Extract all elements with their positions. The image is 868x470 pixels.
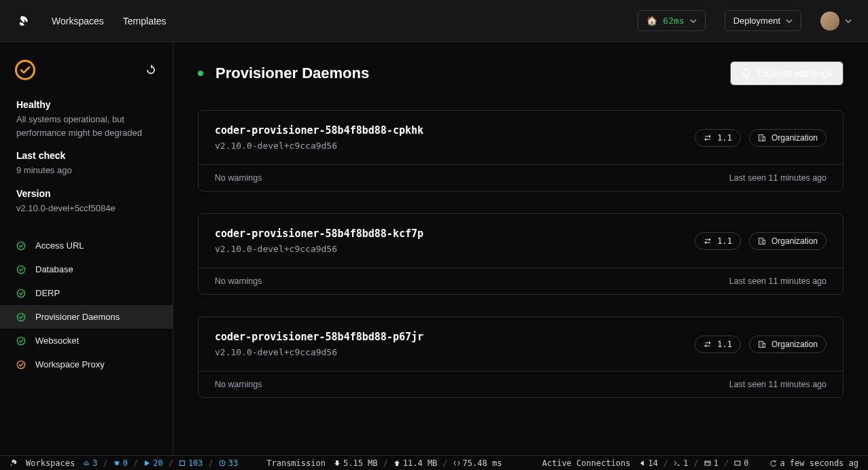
bell-icon	[742, 69, 751, 78]
health-status-icon	[15, 60, 35, 80]
version-value: v2.10.0-devel+5ccf5084e	[16, 202, 156, 215]
svg-rect-15	[735, 461, 740, 465]
rocket-icon[interactable]	[5, 459, 22, 467]
daemon-card: coder-provisioner-58b4f8bd88-kcf7pv2.10.…	[198, 213, 844, 295]
svg-rect-11	[763, 343, 765, 347]
check-circle-icon	[16, 336, 26, 346]
nav-templates[interactable]: Templates	[123, 16, 167, 26]
daemon-last-seen: Last seen 11 minutes ago	[729, 276, 827, 286]
healthy-desc: All systems operational, but performance…	[16, 113, 156, 139]
sidebar-item-websocket[interactable]: Websocket	[0, 329, 173, 352]
nav-workspaces[interactable]: Workspaces	[52, 16, 104, 26]
last-check-label: Last check	[16, 150, 156, 161]
daemon-last-seen: Last seen 11 minutes ago	[729, 173, 827, 183]
footer-refreshed[interactable]: a few seconds ag	[766, 458, 863, 468]
health-nav: Access URLDatabaseDERPProvisioner Daemon…	[0, 234, 173, 376]
latency-value: 62ms	[663, 16, 684, 26]
footer-jetbrains[interactable]: 1	[700, 458, 723, 468]
footer-workspaces-stopped[interactable]: 103	[175, 458, 207, 468]
scope-pill: Organization	[749, 232, 827, 250]
building-icon	[758, 340, 766, 348]
chevron-down-icon	[690, 18, 697, 24]
svg-rect-7	[763, 137, 765, 141]
svg-rect-12	[179, 460, 184, 465]
check-circle-icon	[16, 360, 26, 369]
sidebar-item-provisioner-daemons[interactable]: Provisioner Daemons	[0, 305, 173, 329]
latency-icon: 🏠	[646, 16, 657, 26]
footer-workspaces-label[interactable]: Workspaces	[22, 458, 79, 468]
sidebar-item-label: DERP	[35, 288, 60, 298]
api-version-pill: 1.1	[695, 129, 741, 147]
dismiss-label: Dismiss warnings	[758, 68, 832, 79]
building-icon	[758, 237, 766, 245]
daemon-warnings: No warnings	[215, 173, 262, 183]
status-bar: Workspaces 3 / 0 / 20 / 103 / 33 Transmi…	[0, 455, 868, 470]
svg-rect-10	[759, 341, 763, 347]
svg-rect-14	[705, 461, 710, 465]
svg-rect-8	[759, 238, 763, 244]
deployment-button[interactable]: Deployment	[725, 10, 801, 31]
api-version-pill: 1.1	[695, 232, 741, 250]
check-circle-icon	[16, 289, 26, 298]
footer-ssh[interactable]: 1	[670, 458, 692, 468]
daemon-name: coder-provisioner-58b4f8bd88-kcf7p	[215, 228, 423, 240]
main-content: Provisioner Daemons Dismiss warnings cod…	[173, 42, 868, 455]
footer-workspaces-pending[interactable]: 33	[215, 458, 242, 468]
daemon-version: v2.10.0-devel+c9cca9d56	[215, 347, 423, 357]
sidebar-item-workspace-proxy[interactable]: Workspace Proxy	[0, 352, 173, 376]
logo-icon	[16, 13, 33, 29]
footer-latency[interactable]: 75.48 ms	[449, 458, 506, 468]
footer-up[interactable]: 11.4 MB	[389, 458, 442, 468]
chevron-down-icon	[786, 18, 793, 24]
refresh-button[interactable]	[145, 65, 156, 75]
version-label: Version	[16, 188, 156, 199]
sidebar-item-label: Database	[35, 264, 73, 274]
sidebar-item-database[interactable]: Database	[0, 257, 173, 281]
swap-icon	[704, 340, 712, 348]
latency-button[interactable]: 🏠 62ms	[638, 10, 705, 31]
footer-active-conn-label[interactable]: Active Connections	[538, 458, 635, 468]
daemon-name: coder-provisioner-58b4f8bd88-cpkhk	[215, 124, 423, 137]
daemon-name: coder-provisioner-58b4f8bd88-p67jr	[215, 331, 423, 343]
user-menu[interactable]	[820, 12, 852, 31]
sidebar-item-label: Access URL	[35, 240, 84, 251]
daemon-warnings: No warnings	[215, 276, 262, 286]
footer-workspaces-running[interactable]: 20	[139, 458, 167, 468]
status-dot-icon	[198, 71, 203, 76]
daemon-last-seen: Last seen 11 minutes ago	[729, 380, 827, 389]
dismiss-warnings-button[interactable]: Dismiss warnings	[730, 61, 844, 86]
footer-down[interactable]: 5.15 MB	[330, 458, 382, 468]
building-icon	[758, 134, 766, 142]
sidebar-item-label: Websocket	[35, 336, 79, 346]
scope-pill: Organization	[749, 129, 827, 147]
top-header: Workspaces Templates 🏠 62ms Deployment	[0, 0, 868, 42]
chevron-down-icon	[845, 18, 852, 24]
footer-workspaces-failed[interactable]: 0	[109, 458, 132, 468]
api-version-pill: 1.1	[695, 336, 741, 353]
footer-workspaces-building[interactable]: 3	[79, 458, 101, 468]
check-circle-icon	[16, 265, 26, 274]
sidebar-item-label: Provisioner Daemons	[35, 312, 120, 322]
check-circle-icon	[16, 312, 26, 322]
scope-pill: Organization	[749, 336, 827, 353]
sidebar-item-derp[interactable]: DERP	[0, 281, 173, 305]
daemon-version: v2.10.0-devel+c9cca9d56	[215, 141, 423, 151]
swap-icon	[704, 237, 712, 245]
check-circle-icon	[16, 241, 26, 251]
avatar	[820, 12, 839, 31]
healthy-title: Healthy	[16, 99, 156, 110]
health-sidebar: Healthy All systems operational, but per…	[0, 42, 173, 455]
daemon-warnings: No warnings	[215, 380, 262, 389]
daemon-version: v2.10.0-devel+c9cca9d56	[215, 244, 423, 254]
sidebar-item-label: Workspace Proxy	[35, 359, 105, 369]
deployment-label: Deployment	[733, 16, 780, 26]
svg-rect-6	[759, 134, 763, 141]
footer-transmission-label[interactable]: Transmission	[262, 458, 330, 468]
swap-icon	[704, 134, 712, 142]
last-check-value: 9 minutes ago	[16, 164, 156, 177]
footer-vscode[interactable]: 14	[635, 458, 662, 468]
page-title: Provisioner Daemons	[215, 65, 369, 82]
sidebar-item-access-url[interactable]: Access URL	[0, 234, 173, 257]
daemon-card: coder-provisioner-58b4f8bd88-cpkhkv2.10.…	[198, 110, 844, 192]
footer-reconnecting[interactable]: 0	[730, 458, 752, 468]
